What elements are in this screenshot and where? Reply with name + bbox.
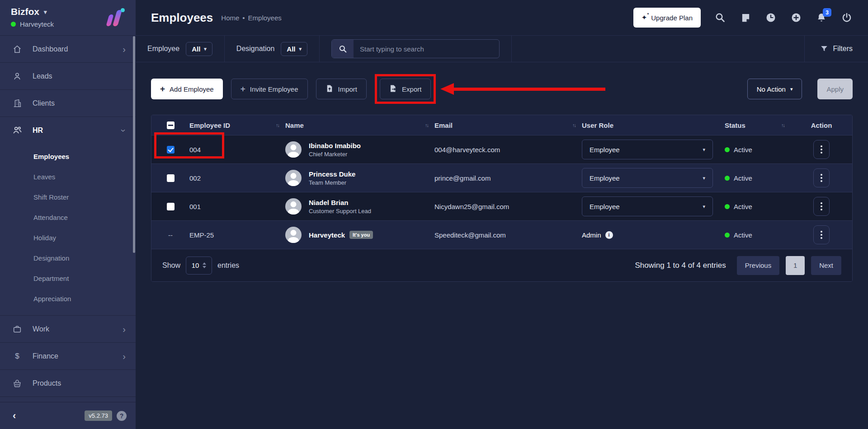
sort-icon[interactable]: ↑↓ [572,122,576,128]
row-actions-menu-button[interactable] [813,168,830,187]
row-checkbox[interactable] [167,203,175,210]
role-select[interactable]: Employee ▾ [582,196,713,216]
avatar [285,141,302,158]
sidebar-item-label: Products [33,379,126,387]
select-all-checkbox[interactable] [167,121,175,129]
sidebar-item-leads[interactable]: Leads [0,62,136,89]
notifications-bell-icon[interactable]: 3 [816,12,827,23]
status-label: Active [734,174,752,182]
role-value: Admin [582,231,601,239]
employee-name[interactable]: Niadel Brian [309,199,371,206]
search-input[interactable] [354,40,499,58]
export-label: Export [402,85,421,93]
sidebar-item-leaves[interactable]: Leaves [0,167,136,187]
sidebar-item-employees[interactable]: Employees [0,146,136,167]
sort-icon[interactable]: ↑↓ [276,122,279,128]
help-icon[interactable]: ? [117,411,127,421]
caret-down-icon: ▾ [703,175,705,181]
chevron-right-icon: › [123,45,126,54]
sidebar-item-attendance[interactable]: Attendance [0,207,136,228]
page-size-select[interactable]: 10 [186,256,212,275]
sidebar-item-designation[interactable]: Designation [0,248,136,268]
breadcrumb-home[interactable]: Home [221,14,239,22]
file-export-icon [389,84,397,94]
search-icon[interactable] [714,12,726,23]
its-you-badge: It's you [349,231,373,239]
row-checkbox[interactable] [167,146,175,154]
avatar [285,170,302,186]
sidebar-item-label: Finance [33,352,123,360]
sidebar-item-clients[interactable]: Clients [0,89,136,117]
export-button[interactable]: Export [380,79,431,99]
apply-label: Apply [826,85,844,93]
invite-employee-button[interactable]: + Invite Employee [231,79,308,99]
column-header-employee-id[interactable]: Employee ID [189,121,230,129]
brand-name: Bizfox [11,6,39,17]
employee-name[interactable]: Ibinabo Imabibo [309,142,361,149]
row-checkbox[interactable] [167,174,175,182]
designation-filter-dropdown[interactable]: All ▾ [281,42,307,56]
workspace-switcher[interactable]: Bizfox ▾ [11,6,54,17]
info-icon[interactable]: i [605,231,613,239]
previous-page-button[interactable]: Previous [737,256,779,275]
employee-name[interactable]: Harveyteck [309,231,345,239]
sidebar-item-products[interactable]: Products [0,369,136,396]
import-label: Import [338,85,358,93]
sidebar-item-finance[interactable]: $ Finance › [0,342,136,369]
bulk-action-dropdown[interactable]: No Action ▾ [747,79,802,99]
role-select[interactable]: Employee ▾ [582,168,713,188]
sidebar-item-hr[interactable]: HR › [0,117,136,144]
sidebar-nav: Dashboard › Leads Clients HR › Employees… [0,35,136,406]
add-employee-button[interactable]: + Add Employee [151,79,223,99]
notification-count-badge: 3 [823,8,831,17]
collapse-sidebar-button[interactable]: ‹ [13,410,16,422]
sidebar-item-work[interactable]: Work › [0,315,136,342]
row-actions-menu-button[interactable] [813,225,830,244]
status-label: Active [734,146,752,154]
sidebar-item-dashboard[interactable]: Dashboard › [0,35,136,62]
sidebar-item-appreciation[interactable]: Appreciation [0,289,136,309]
upgrade-plan-button[interactable]: ✦ Upgrade Plan [633,8,701,28]
sidebar-item-shift-roster[interactable]: Shift Roster [0,187,136,207]
sidebar-item-department[interactable]: Department [0,268,136,289]
file-import-icon [326,84,334,94]
search-icon [332,40,354,58]
avatar [285,198,302,214]
column-header-status[interactable]: Status [725,121,745,129]
apply-button[interactable]: Apply [817,79,853,99]
breadcrumb-current: Employees [248,14,282,22]
column-header-email[interactable]: Email [434,121,453,129]
power-icon[interactable] [841,12,853,23]
sidebar-scrollbar[interactable] [133,36,135,253]
pagination-summary: Showing 1 to 4 of 4 entries [635,261,726,270]
employee-filter-dropdown[interactable]: All ▾ [186,42,212,56]
employee-id: 001 [189,203,201,210]
caret-down-icon: ▾ [204,46,207,52]
column-header-name[interactable]: Name [285,121,304,129]
add-circle-icon[interactable] [790,12,802,23]
search-section [320,36,512,62]
notes-icon[interactable] [740,12,751,23]
sidebar-item-holiday[interactable]: Holiday [0,228,136,248]
status-dot [725,147,730,152]
page-number-button[interactable]: 1 [786,256,805,275]
page-title: Employees [151,11,213,25]
import-button[interactable]: Import [316,79,367,99]
column-header-action: Action [811,121,832,129]
plus-icon: + [241,84,245,94]
status-label: Active [734,231,752,239]
filters-label: Filters [833,45,853,53]
sort-icon[interactable]: ↑↓ [425,122,428,128]
basket-icon [12,378,23,389]
role-select[interactable]: Employee ▾ [582,140,713,159]
employee-title: Chief Marketer [309,151,361,158]
invite-employee-label: Invite Employee [250,85,298,93]
row-actions-menu-button[interactable] [813,197,830,216]
next-page-button[interactable]: Next [811,256,841,275]
history-clock-icon[interactable] [765,12,777,23]
row-actions-menu-button[interactable] [813,140,830,159]
employee-name[interactable]: Princess Duke [309,170,355,178]
filters-toggle[interactable]: Filters [804,36,868,62]
sidebar: Bizfox ▾ Harveyteck Dashboard › Leads [0,0,136,429]
sort-icon[interactable]: ↑↓ [781,122,784,128]
